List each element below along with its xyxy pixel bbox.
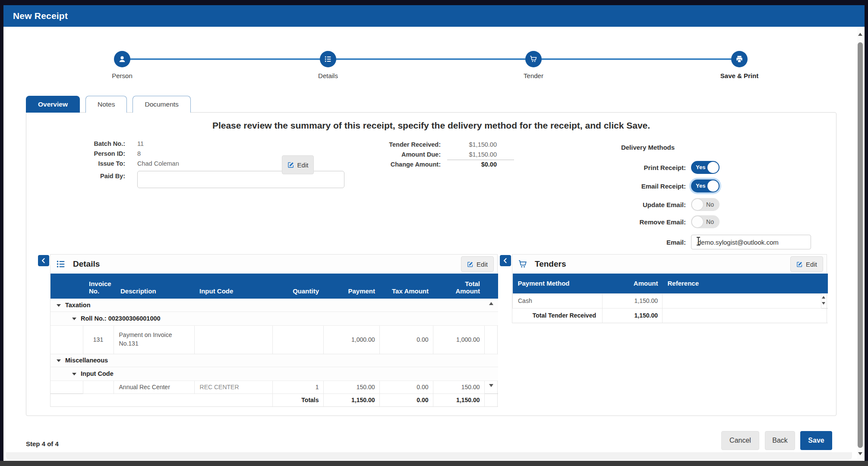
tenders-scroll-down-icon[interactable]: [822, 302, 825, 305]
chevron-left-icon: [502, 257, 509, 264]
totals-payment: 1,150.00: [323, 394, 379, 406]
cell-invoice: 131: [83, 325, 114, 354]
stepper-label-person: Person: [88, 72, 157, 79]
cell-tax: 0.00: [379, 381, 433, 394]
group-row-miscellaneous[interactable]: Miscellaneous: [51, 354, 498, 367]
print-receipt-row: Print Receipt: Yes: [583, 161, 720, 174]
caret-down-icon[interactable]: [57, 304, 61, 307]
col-invoice-no: Invoice No.: [89, 280, 115, 295]
edit-pencil-icon: [796, 261, 803, 268]
stepper-step-details[interactable]: Details: [294, 51, 363, 79]
col-tax-amount: Tax Amount: [379, 274, 433, 299]
tenders-total-row: Total Tender Received 1,150.00: [513, 308, 828, 323]
text-cursor-pointer: [698, 237, 699, 246]
col-gutter: [821, 274, 828, 293]
email-receipt-toggle[interactable]: Yes: [691, 179, 720, 192]
remove-email-label: Remove Email:: [583, 218, 691, 226]
details-table: Invoice No. Description Input Code Quant…: [51, 274, 498, 407]
edit-pencil-icon: [287, 161, 294, 168]
amount-summary: Tender Received: $1,150.00 Amount Due: $…: [361, 140, 497, 170]
delivery-methods-title: Delivery Methods: [600, 144, 695, 151]
tenders-panel-header: Tenders Edit: [512, 255, 827, 274]
tender-received-label: Tender Received:: [361, 140, 441, 150]
email-receipt-label: Email Receipt:: [583, 183, 691, 190]
save-button[interactable]: Save: [800, 431, 832, 450]
stepper-step-save-print[interactable]: Save & Print: [705, 51, 774, 79]
cell-input-code: REC CENTER: [194, 381, 272, 394]
stepper-step-tender[interactable]: Tender: [499, 51, 568, 79]
col-quantity: Quantity: [272, 274, 323, 299]
scrollbar-down-icon[interactable]: [858, 452, 862, 455]
issue-to-value: Chad Coleman: [132, 159, 348, 169]
stepper-step-person[interactable]: Person: [88, 51, 157, 79]
tenders-scroll-up-icon[interactable]: [822, 296, 825, 299]
remove-email-row: Remove Email: No: [583, 215, 720, 228]
step-indicator: Step 4 of 4: [26, 440, 59, 447]
print-receipt-label: Print Receipt:: [583, 164, 691, 171]
overview-tab-panel: Please review the summary of this receip…: [26, 112, 836, 416]
tab-documents[interactable]: Documents: [133, 96, 190, 113]
cell-reference: [663, 293, 821, 308]
total-tender-label: Total Tender Received: [513, 308, 603, 323]
tenders-table: Payment Method Amount Reference Cash 1,1…: [512, 274, 828, 323]
printer-icon[interactable]: [731, 51, 748, 67]
stepper-label-details: Details: [294, 72, 363, 79]
tender-row-cash[interactable]: Cash 1,150.00: [513, 293, 828, 308]
person-id-label: Person ID:: [52, 149, 132, 159]
edit-pencil-icon: [467, 261, 473, 268]
print-receipt-state: Yes: [696, 164, 705, 170]
details-scroll-down-icon[interactable]: [489, 384, 493, 387]
scrollbar-up-icon[interactable]: [858, 33, 862, 36]
group-row-taxation[interactable]: Taxation: [51, 299, 498, 312]
tenders-edit-button[interactable]: Edit: [790, 256, 823, 272]
cell-total: 150.00: [433, 381, 484, 394]
caret-down-icon[interactable]: [57, 359, 61, 362]
tab-notes[interactable]: Notes: [85, 96, 127, 113]
cancel-button[interactable]: Cancel: [721, 431, 759, 450]
tab-bar: Overview Notes Documents: [26, 96, 191, 113]
update-email-row: Update Email: No: [583, 198, 720, 211]
details-panel: Details Edit Invoice: [50, 254, 498, 407]
caret-down-icon[interactable]: [72, 373, 76, 375]
caret-down-icon[interactable]: [72, 318, 76, 320]
details-collapse-button[interactable]: [38, 255, 49, 266]
edit-button-label: Edit: [297, 161, 309, 169]
detail-row-131[interactable]: 131 Payment on Invoice No.131 1,000.00 0…: [51, 325, 498, 354]
update-email-toggle[interactable]: No: [691, 198, 720, 211]
details-panel-header: Details Edit: [51, 255, 497, 274]
print-receipt-toggle[interactable]: Yes: [691, 161, 720, 174]
group-row-input-code[interactable]: Input Code: [51, 367, 498, 381]
group-row-roll-no[interactable]: Roll No.: 002300306001000: [51, 312, 498, 325]
stepper-connector-line: [122, 58, 739, 60]
group-label: Input Code: [81, 370, 114, 377]
paid-by-label: Paid By:: [52, 172, 132, 182]
toggle-knob: [692, 199, 703, 210]
detail-row-annual-rec-center[interactable]: Annual Rec Center REC CENTER 1 150.00 0.…: [51, 381, 498, 394]
scrollbar-thumb[interactable]: [858, 42, 863, 448]
tab-overview[interactable]: Overview: [26, 96, 80, 113]
remove-email-toggle[interactable]: No: [691, 215, 720, 228]
edit-person-button[interactable]: Edit: [282, 155, 314, 174]
email-receipt-state: Yes: [696, 183, 705, 189]
tenders-collapse-button[interactable]: [500, 255, 511, 266]
col-gutter: [484, 274, 498, 299]
cart-icon[interactable]: [525, 51, 542, 67]
details-list-icon: [56, 259, 66, 269]
person-icon[interactable]: [114, 51, 130, 67]
details-edit-button[interactable]: Edit: [461, 256, 494, 272]
stepper-label-tender: Tender: [499, 72, 568, 79]
back-button[interactable]: Back: [765, 431, 795, 450]
email-input[interactable]: [691, 235, 811, 249]
batch-no-value: 11: [132, 139, 348, 149]
cell-payment-method: Cash: [513, 293, 603, 308]
details-scroll-up-icon[interactable]: [489, 302, 493, 305]
amount-due-underline: [447, 160, 514, 160]
group-label: Taxation: [65, 302, 91, 309]
cell-payment: 1,000.00: [323, 325, 379, 354]
update-email-label: Update Email:: [583, 201, 691, 208]
list-icon[interactable]: [320, 51, 336, 67]
page-title: New Receipt: [13, 11, 68, 21]
change-amount-value: $0.00: [441, 160, 497, 170]
window-scrollbar[interactable]: [857, 28, 863, 459]
total-tender-amount: 1,150.00: [603, 308, 663, 323]
